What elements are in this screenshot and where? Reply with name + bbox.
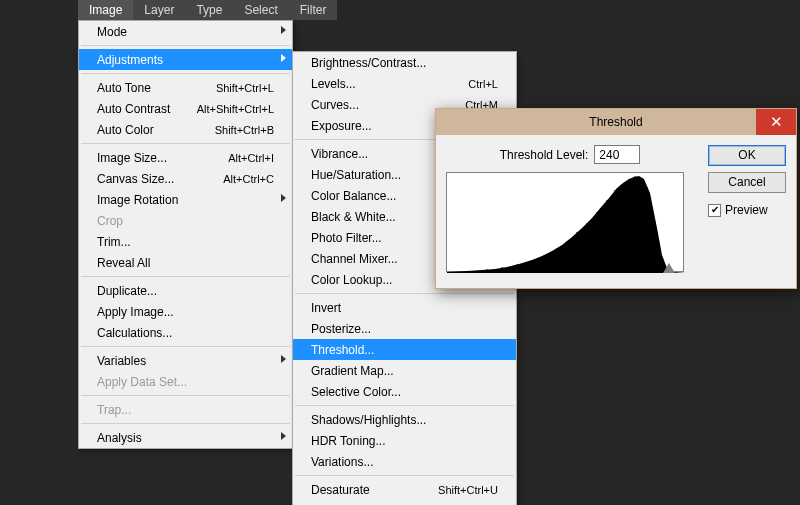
image-menu-item[interactable]: Mode: [79, 21, 292, 42]
image-menu-item[interactable]: Variables: [79, 350, 292, 371]
threshold-level-label: Threshold Level:: [500, 148, 589, 162]
image-menu-separator: [81, 143, 290, 144]
image-menu-item[interactable]: Auto ToneShift+Ctrl+L: [79, 77, 292, 98]
menu-item-shortcut: Alt+Ctrl+I: [228, 152, 274, 164]
preview-checkbox-row[interactable]: ✔ Preview: [708, 203, 786, 217]
menu-item-shortcut: Shift+Ctrl+U: [438, 484, 498, 496]
menu-item-label: Auto Color: [97, 123, 215, 137]
dialog-title: Threshold: [436, 115, 796, 129]
menu-item-label: Apply Data Set...: [97, 375, 274, 389]
chevron-right-icon: [281, 432, 286, 440]
adjustments-menu-item[interactable]: Threshold...: [293, 339, 516, 360]
menu-item-label: Auto Tone: [97, 81, 216, 95]
menu-item-label: Trim...: [97, 235, 274, 249]
menu-item-label: Variables: [97, 354, 274, 368]
image-menu-separator: [81, 346, 290, 347]
adjustments-menu-separator: [295, 475, 514, 476]
menu-item-label: Threshold...: [311, 343, 498, 357]
adjustments-menu-separator: [295, 405, 514, 406]
image-menu-item[interactable]: Trim...: [79, 231, 292, 252]
menu-item-label: Adjustments: [97, 53, 274, 67]
menu-item-shortcut: Alt+Ctrl+C: [223, 173, 274, 185]
image-menu-item[interactable]: Auto ColorShift+Ctrl+B: [79, 119, 292, 140]
image-menu-separator: [81, 395, 290, 396]
close-icon: ✕: [770, 113, 783, 131]
menu-item-label: Invert: [311, 301, 498, 315]
threshold-level-input[interactable]: [594, 145, 640, 164]
image-menu-separator: [81, 276, 290, 277]
menu-item-shortcut: Ctrl+L: [468, 78, 498, 90]
menu-item-shortcut: Shift+Ctrl+B: [215, 124, 274, 136]
menu-item-label: Canvas Size...: [97, 172, 223, 186]
image-menu-separator: [81, 45, 290, 46]
image-menu-item: Trap...: [79, 399, 292, 420]
menu-item-label: Image Size...: [97, 151, 228, 165]
image-menu-item[interactable]: Duplicate...: [79, 280, 292, 301]
menubar: ImageLayerTypeSelectFilter: [78, 0, 337, 20]
check-icon: ✔: [711, 205, 719, 215]
threshold-dialog: Threshold ✕ Threshold Level:: [435, 108, 797, 289]
adjustments-menu-item[interactable]: HDR Toning...: [293, 430, 516, 451]
adjustments-menu-item[interactable]: Match Color...: [293, 500, 516, 505]
adjustments-menu-item[interactable]: Selective Color...: [293, 381, 516, 402]
menu-item-label: Auto Contrast: [97, 102, 197, 116]
menu-item-label: Desaturate: [311, 483, 438, 497]
image-menu-item: Apply Data Set...: [79, 371, 292, 392]
adjustments-menu-item[interactable]: Shadows/Highlights...: [293, 409, 516, 430]
image-menu-item[interactable]: Calculations...: [79, 322, 292, 343]
adjustments-menu-item[interactable]: Variations...: [293, 451, 516, 472]
menu-item-label: Analysis: [97, 431, 274, 445]
menu-item-shortcut: Shift+Ctrl+L: [216, 82, 274, 94]
dialog-titlebar[interactable]: Threshold ✕: [436, 109, 796, 135]
menu-item-label: HDR Toning...: [311, 434, 498, 448]
menubar-item-type[interactable]: Type: [185, 0, 233, 20]
chevron-right-icon: [281, 355, 286, 363]
image-menu-item[interactable]: Image Rotation: [79, 189, 292, 210]
menubar-item-select[interactable]: Select: [233, 0, 288, 20]
ok-button[interactable]: OK: [708, 145, 786, 166]
image-menu-item[interactable]: Apply Image...: [79, 301, 292, 322]
chevron-right-icon: [281, 54, 286, 62]
image-menu-separator: [81, 73, 290, 74]
image-menu-item[interactable]: Reveal All: [79, 252, 292, 273]
menu-item-label: Posterize...: [311, 322, 498, 336]
preview-checkbox[interactable]: ✔: [708, 204, 721, 217]
chevron-right-icon: [281, 194, 286, 202]
close-button[interactable]: ✕: [756, 109, 796, 135]
adjustments-menu-item[interactable]: Brightness/Contrast...: [293, 52, 516, 73]
image-menu-item[interactable]: Canvas Size...Alt+Ctrl+C: [79, 168, 292, 189]
menu-item-label: Apply Image...: [97, 305, 274, 319]
menubar-item-filter[interactable]: Filter: [289, 0, 338, 20]
adjustments-menu-item[interactable]: DesaturateShift+Ctrl+U: [293, 479, 516, 500]
preview-label: Preview: [725, 203, 768, 217]
menu-item-label: Shadows/Highlights...: [311, 413, 498, 427]
image-menu-item[interactable]: Image Size...Alt+Ctrl+I: [79, 147, 292, 168]
menu-item-label: Duplicate...: [97, 284, 274, 298]
adjustments-menu-item[interactable]: Gradient Map...: [293, 360, 516, 381]
adjustments-menu-item[interactable]: Posterize...: [293, 318, 516, 339]
menu-item-label: Variations...: [311, 455, 498, 469]
image-menu: ModeAdjustmentsAuto ToneShift+Ctrl+LAuto…: [78, 20, 293, 449]
cancel-button[interactable]: Cancel: [708, 172, 786, 193]
menubar-item-layer[interactable]: Layer: [133, 0, 185, 20]
menu-item-label: Mode: [97, 25, 274, 39]
menu-item-label: Calculations...: [97, 326, 274, 340]
adjustments-menu-item[interactable]: Levels...Ctrl+L: [293, 73, 516, 94]
menu-item-label: Crop: [97, 214, 274, 228]
menu-item-label: Gradient Map...: [311, 364, 498, 378]
menu-item-shortcut: Alt+Shift+Ctrl+L: [197, 103, 274, 115]
adjustments-menu-separator: [295, 293, 514, 294]
menu-item-label: Selective Color...: [311, 385, 498, 399]
image-menu-item[interactable]: Auto ContrastAlt+Shift+Ctrl+L: [79, 98, 292, 119]
image-menu-item[interactable]: Analysis: [79, 427, 292, 448]
menu-item-label: Reveal All: [97, 256, 274, 270]
adjustments-menu-item[interactable]: Invert: [293, 297, 516, 318]
histogram: [446, 172, 684, 272]
image-menu-item[interactable]: Adjustments: [79, 49, 292, 70]
menubar-item-image[interactable]: Image: [78, 0, 133, 20]
image-menu-item: Crop: [79, 210, 292, 231]
chevron-right-icon: [281, 26, 286, 34]
menu-item-label: Levels...: [311, 77, 468, 91]
menu-item-label: Image Rotation: [97, 193, 274, 207]
threshold-slider-icon[interactable]: [663, 263, 675, 273]
